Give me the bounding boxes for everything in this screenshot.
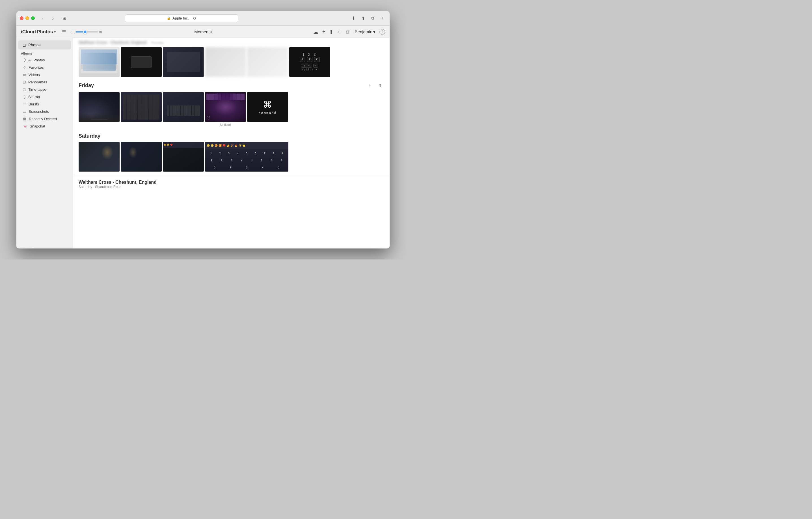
saturday-photo-1[interactable] <box>79 142 120 172</box>
sidebar-item-bursts[interactable]: ▭ Bursts <box>18 100 71 108</box>
titlebar: ‹ › ⊞ 🔒 Apple Inc. ↺ ⬇ ⬆ ⧉ ＋ <box>17 11 389 26</box>
sidebar-item-panoramas[interactable]: ⊟ Panoramas <box>18 78 71 86</box>
sidebar-item-favorites-label: Favorites <box>29 65 44 69</box>
friday-photo-4[interactable]: ♡ <box>205 92 246 122</box>
sidebar-item-videos[interactable]: ▭ Videos <box>18 71 71 78</box>
reload-button[interactable]: ↺ <box>193 16 196 21</box>
moments-title: Moments <box>194 29 212 34</box>
sidebar-item-panoramas-label: Panoramas <box>28 80 47 84</box>
zoom-slider[interactable] <box>76 31 98 32</box>
friday-photo-4-label: Untitled <box>220 123 231 126</box>
top-section-header: Waltham Cross · Cheshunt, England Thursd… <box>73 38 389 45</box>
bottom-location: Waltham Cross - Cheshunt, England Saturd… <box>73 176 389 192</box>
snapchat-icon: 👻 <box>23 124 27 128</box>
sidebar-item-timelapse[interactable]: ◌ Time-lapse <box>18 86 71 93</box>
user-name: Benjamin <box>354 29 372 34</box>
friday-photo-5[interactable]: ⌘ command <box>247 92 288 122</box>
add-button[interactable]: + <box>322 29 325 35</box>
sidebar-item-screenshots[interactable]: ▭ Screenshots <box>18 108 71 115</box>
sidebar-item-screenshots-label: Screenshots <box>29 109 49 114</box>
friday-photo-1[interactable] <box>79 92 120 122</box>
upload-button[interactable]: ⬆ <box>359 15 367 22</box>
friday-photo-3[interactable] <box>163 92 204 122</box>
friday-photo-grid: ♡ Untitled ⌘ command <box>79 92 384 126</box>
close-button[interactable] <box>20 17 24 20</box>
undo-button[interactable]: ↩ <box>337 29 342 35</box>
friday-actions: + ⬆ <box>366 81 384 89</box>
sidebar-toggle-button[interactable]: ⊞ <box>60 15 68 22</box>
top-section-location: Waltham Cross · Cheshunt, England <box>79 40 147 45</box>
sidebar-item-slomo-label: Slo-mo <box>28 95 40 99</box>
panoramas-icon: ⊟ <box>23 80 26 84</box>
back-button[interactable]: ‹ <box>39 15 47 22</box>
photo-thumb[interactable]: Z X C option ⌘ <box>289 47 330 77</box>
friday-photo-2[interactable] <box>121 92 162 122</box>
saturday-header: Saturday <box>79 133 384 139</box>
cloud-upload-button[interactable]: ☁ <box>313 29 318 35</box>
photos-icon: ◻ <box>23 43 26 47</box>
photo-toolbar: iCloud Photos ▾ ☰ ⊟ ⊞ Moments ☁ + ⬆ ↩ 🗑 … <box>17 26 389 38</box>
sidebar-item-snapchat-label: Snapchat <box>30 124 45 128</box>
saturday-photo-grid: 😀 😂 ❤️ 😀 😂 � <box>79 142 384 172</box>
help-button[interactable]: ? <box>379 29 385 35</box>
photos-sidebar-toggle[interactable]: ☰ <box>62 29 66 34</box>
friday-share-button[interactable]: ⬆ <box>376 81 384 89</box>
zoom-in-icon: ⊞ <box>99 30 102 34</box>
sidebar-item-timelapse-label: Time-lapse <box>28 87 47 92</box>
photo-thumb[interactable] <box>163 47 204 77</box>
saturday-photo-4[interactable]: 😀 😂 😍 🥰 ❤️ 👍 🎉 🔥 ✨ 🌟 <box>205 142 288 172</box>
videos-icon: ▭ <box>23 73 26 77</box>
sidebar-item-all-photos-label: All Photos <box>28 58 45 62</box>
favorite-icon[interactable]: ♡ <box>207 116 210 120</box>
photo-thumb[interactable] <box>121 47 162 77</box>
app-title: iCloud Photos ▾ <box>21 29 56 35</box>
friday-add-button[interactable]: + <box>366 81 374 89</box>
trash-button[interactable]: 🗑 <box>346 29 351 35</box>
top-section-date: Thursday <box>151 41 164 45</box>
sidebar-item-slomo[interactable]: ◌ Slo-mo <box>18 93 71 100</box>
app-window: ‹ › ⊞ 🔒 Apple Inc. ↺ ⬇ ⬆ ⧉ ＋ iCloud Phot… <box>17 11 389 249</box>
all-photos-icon: ⬡ <box>23 58 26 62</box>
saturday-title: Saturday <box>79 133 100 139</box>
saturday-photo-3[interactable]: 😀 😂 ❤️ <box>163 142 204 172</box>
bottom-loc-title: Waltham Cross - Cheshunt, England <box>79 180 384 185</box>
top-photos-row: Z X C option ⌘ <box>73 45 389 77</box>
photos-area: Waltham Cross · Cheshunt, England Thursd… <box>73 38 389 249</box>
photo-thumb[interactable] <box>205 47 246 77</box>
sidebar-item-snapchat[interactable]: 👻 Snapchat <box>18 122 71 130</box>
maximize-button[interactable] <box>31 17 35 20</box>
sidebar-item-recently-deleted[interactable]: 🗑 Recently Deleted <box>18 115 71 122</box>
sidebar-item-all-photos[interactable]: ⬡ All Photos <box>18 56 71 64</box>
saturday-photo-2[interactable] <box>121 142 162 172</box>
traffic-lights <box>20 17 35 20</box>
sidebar-item-favorites[interactable]: ♡ Favorites <box>18 64 71 71</box>
albums-header: Albums <box>17 50 72 56</box>
duplicate-button[interactable]: ⧉ <box>369 15 377 22</box>
friday-title: Friday <box>79 83 94 88</box>
friday-photo-4-wrapper: ♡ Untitled <box>205 92 246 126</box>
download-button[interactable]: ⬇ <box>349 15 357 22</box>
app-name-light: Photos <box>37 29 53 35</box>
url-text: Apple Inc. <box>172 16 189 20</box>
sidebar-photos-item[interactable]: ◻ Photos <box>18 40 71 50</box>
photo-toolbar-right: ☁ + ⬆ ↩ 🗑 Benjamin ▾ ? <box>313 29 385 35</box>
timelapse-icon: ◌ <box>23 87 26 92</box>
screenshots-icon: ▭ <box>23 109 26 114</box>
sidebar-item-videos-label: Videos <box>29 73 40 77</box>
photo-thumb[interactable] <box>247 47 288 77</box>
content-area: ◻ Photos Albums ⬡ All Photos ♡ Favorites… <box>17 38 389 249</box>
sidebar-photos-label: Photos <box>28 43 41 47</box>
user-dropdown-arrow: ▾ <box>373 29 375 34</box>
saturday-section: Saturday <box>73 128 389 174</box>
photo-thumb[interactable] <box>79 47 120 77</box>
minimize-button[interactable] <box>25 17 29 20</box>
share-button[interactable]: ⬆ <box>329 29 334 35</box>
zoom-out-icon: ⊟ <box>71 30 75 34</box>
user-button[interactable]: Benjamin ▾ <box>354 29 375 34</box>
forward-button[interactable]: › <box>49 15 57 22</box>
bursts-icon: ▭ <box>23 102 26 106</box>
new-tab-button[interactable]: ＋ <box>378 15 386 22</box>
friday-section: Friday + ⬆ <box>73 77 389 128</box>
bottom-loc-sub: Saturday · Shambrook Road <box>79 185 384 189</box>
friday-header: Friday + ⬆ <box>79 81 384 89</box>
